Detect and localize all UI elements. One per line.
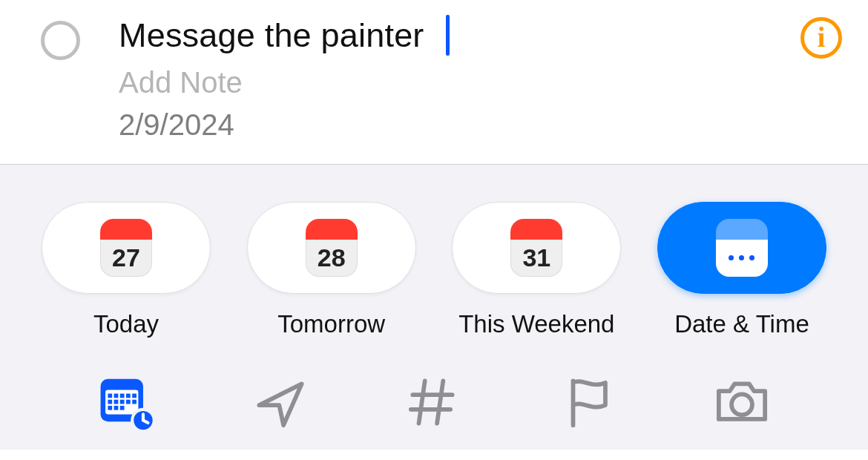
svg-rect-4 — [120, 394, 125, 398]
svg-rect-8 — [114, 400, 119, 404]
chip-wrap-tomorrow: 28 Tomorrow — [246, 202, 417, 338]
calendar-more-icon — [716, 219, 768, 277]
text-cursor — [446, 15, 450, 56]
svg-rect-5 — [126, 394, 131, 398]
svg-rect-9 — [120, 400, 125, 404]
svg-rect-11 — [132, 400, 137, 404]
svg-rect-14 — [120, 406, 125, 410]
chip-label: This Weekend — [458, 310, 614, 338]
chip-this-weekend[interactable]: 31 — [452, 202, 621, 294]
svg-rect-13 — [114, 406, 119, 410]
chip-label: Tomorrow — [277, 310, 385, 338]
chip-label: Date & Time — [674, 310, 809, 338]
calendar-clock-icon — [96, 372, 157, 433]
hash-icon — [404, 372, 464, 433]
svg-point-16 — [731, 394, 752, 415]
location-arrow-icon — [250, 372, 311, 433]
svg-rect-2 — [108, 394, 112, 398]
flag-icon — [558, 372, 619, 433]
chip-wrap-today: 27 Today — [41, 202, 211, 338]
calendar-icon: 31 — [510, 219, 562, 277]
title-row — [119, 15, 800, 56]
chip-today[interactable]: 27 — [42, 202, 211, 294]
date-chips-row: 27 Today 28 Tomorrow 31 This Weekend — [41, 202, 827, 338]
svg-rect-3 — [114, 394, 119, 398]
chip-wrap-date-time: Date & Time — [657, 202, 827, 338]
info-icon[interactable]: i — [800, 17, 842, 59]
editor-area: 2/9/2024 i — [0, 0, 868, 164]
toolbar-tag-button[interactable] — [393, 372, 475, 433]
toolbar-location-button[interactable] — [240, 372, 321, 433]
complete-toggle[interactable] — [41, 21, 80, 60]
toolbar-camera-button[interactable] — [701, 372, 783, 433]
title-input[interactable] — [119, 16, 445, 55]
svg-rect-12 — [108, 406, 112, 410]
bottom-toolbar — [41, 338, 827, 433]
calendar-icon: 27 — [100, 219, 152, 277]
svg-rect-10 — [126, 400, 131, 404]
toolbar-calendar-button[interactable] — [85, 372, 167, 433]
svg-rect-7 — [108, 400, 112, 404]
chip-tomorrow[interactable]: 28 — [247, 202, 416, 294]
calendar-icon: 28 — [306, 219, 358, 277]
due-date-text: 2/9/2024 — [119, 108, 800, 142]
chip-wrap-this-weekend: 31 This Weekend — [451, 202, 622, 338]
note-input[interactable] — [119, 66, 494, 99]
calendar-icon-day: 31 — [510, 240, 562, 277]
calendar-icon-day: 28 — [306, 240, 358, 277]
chip-label: Today — [93, 310, 159, 338]
svg-rect-6 — [132, 394, 137, 398]
options-panel: 27 Today 28 Tomorrow 31 This Weekend — [0, 164, 868, 450]
toolbar-flag-button[interactable] — [548, 372, 629, 433]
camera-icon — [711, 372, 772, 433]
chip-date-time[interactable] — [657, 202, 826, 294]
fields: 2/9/2024 — [119, 15, 800, 142]
calendar-icon-day: 27 — [100, 240, 152, 277]
